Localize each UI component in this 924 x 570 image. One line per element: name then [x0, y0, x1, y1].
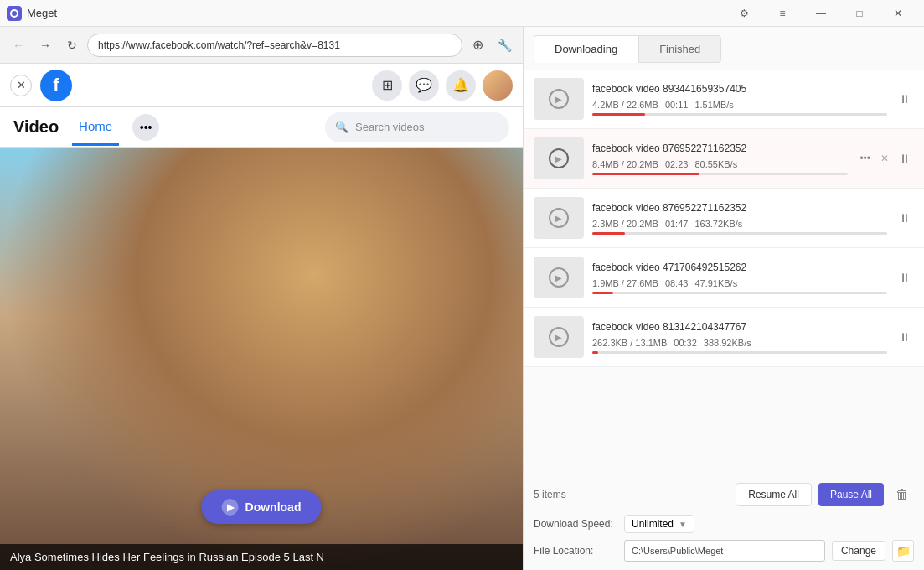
bookmark-button[interactable]: ⊕ [466, 34, 489, 57]
refresh-button[interactable]: ↻ [60, 34, 84, 57]
play-icon: ▶ [549, 148, 569, 168]
download-item: ▶ facebook video 876952271162352 2.3MB /… [524, 189, 924, 248]
progress-bar [592, 292, 887, 294]
download-info: facebook video 876952271162352 2.3MB / 2… [592, 202, 887, 235]
video-content: ▶ Download Alya Sometimes Hides Her Feel… [0, 148, 523, 570]
user-avatar[interactable] [483, 70, 513, 101]
pause-button[interactable]: ⏸ [896, 327, 914, 347]
folder-icon: 📁 [896, 544, 911, 557]
video-title: Alya Sometimes Hides Her Feelings in Rus… [10, 551, 324, 563]
messenger-button[interactable]: 💬 [409, 70, 439, 101]
footer-actions-row: 5 items Resume All Pause All 🗑 [534, 483, 914, 506]
close-item-button[interactable]: ✕ [877, 149, 892, 168]
notifications-button[interactable]: 🔔 [446, 70, 476, 101]
back-button[interactable]: ← [7, 34, 30, 57]
download-speed: 80.55KB/s [694, 159, 737, 169]
download-item: ▶ facebook video 813142104347767 262.3KB… [524, 308, 924, 367]
download-meta: 4.2MB / 22.6MB 00:11 1.51MB/s [592, 100, 887, 110]
video-thumbnail: ▶ [534, 197, 584, 239]
change-button[interactable]: Change [832, 541, 885, 561]
download-speed: 388.92KB/s [704, 338, 751, 348]
facebook-nav: Video Home ••• 🔍 Search videos [0, 107, 523, 148]
download-item: ▶ facebook video 893441659357405 4.2MB /… [524, 70, 924, 129]
extension-button[interactable]: 🔧 [493, 34, 516, 57]
title-bar-controls: ⚙ ≡ — □ ✕ [725, 0, 917, 27]
play-icon: ▶ [549, 327, 569, 347]
time-remaining: 02:23 [665, 159, 689, 169]
time-remaining: 01:47 [665, 219, 689, 229]
download-button[interactable]: ▶ Download [202, 490, 322, 524]
download-meta: 262.3KB / 13.1MB 00:32 388.92KB/s [592, 338, 887, 348]
delete-icon: 🗑 [896, 487, 909, 502]
browser-toolbar: ← → ↻ ⊕ 🔧 [0, 27, 523, 64]
file-size: 2.3MB / 20.2MB [592, 219, 658, 229]
grid-button[interactable]: ⊞ [372, 70, 402, 101]
download-info: facebook video 813142104347767 262.3KB /… [592, 321, 887, 354]
pause-button[interactable]: ⏸ [896, 148, 914, 168]
video-thumbnail: ▶ [534, 78, 584, 120]
progress-fill [592, 351, 598, 354]
play-icon: ▶ [549, 267, 569, 288]
facebook-logo: f [40, 70, 72, 101]
speed-value: Unlimited [632, 518, 674, 530]
download-controls: ••• ✕ ⏸ [856, 148, 914, 168]
maximize-button[interactable]: □ [840, 0, 879, 27]
tab-finished[interactable]: Finished [638, 35, 721, 63]
download-controls: ⏸ [896, 208, 914, 228]
progress-fill [592, 113, 645, 116]
progress-bar [592, 173, 848, 175]
download-controls: ⏸ [896, 89, 914, 109]
items-count: 5 items [534, 489, 566, 500]
play-icon: ▶ [549, 208, 569, 228]
download-name: facebook video 893441659357405 [592, 83, 887, 95]
play-icon: ▶ [549, 89, 569, 109]
search-bar[interactable]: 🔍 Search videos [325, 112, 509, 142]
download-speed: 47.91KB/s [694, 278, 737, 288]
nav-home-link[interactable]: Home [72, 109, 119, 146]
title-bar-left: Meget [7, 6, 725, 21]
pause-button[interactable]: ⏸ [896, 89, 914, 109]
minimize-button[interactable]: — [802, 0, 840, 27]
download-label: Download [245, 500, 302, 514]
pause-all-button[interactable]: Pause All [818, 483, 884, 506]
forward-button[interactable]: → [34, 34, 57, 57]
download-meta: 1.9MB / 27.6MB 08:43 47.91KB/s [592, 278, 887, 288]
progress-bar [592, 113, 887, 116]
folder-button[interactable]: 📁 [892, 540, 914, 562]
file-size: 1.9MB / 27.6MB [592, 278, 658, 288]
progress-fill [592, 232, 625, 235]
pause-button[interactable]: ⏸ [896, 267, 914, 288]
close-button[interactable]: ✕ [879, 0, 917, 27]
video-thumbnail: ▶ [534, 256, 584, 298]
footer-location-row: File Location: Change 📁 [534, 540, 914, 562]
video-thumbnail: ▶ [534, 137, 584, 179]
chevron-down-icon: ▼ [679, 520, 687, 529]
progress-bar [592, 232, 887, 235]
download-name: facebook video 471706492515262 [592, 262, 887, 273]
app-title: Meget [27, 7, 57, 19]
settings-button[interactable]: ⚙ [725, 0, 763, 27]
file-location-input[interactable] [624, 540, 825, 562]
progress-fill [592, 292, 613, 294]
speed-select[interactable]: Unlimited ▼ [624, 515, 694, 533]
nav-more-button[interactable]: ••• [132, 114, 159, 141]
pause-button[interactable]: ⏸ [896, 208, 914, 228]
video-title-bar: Alya Sometimes Hides Her Feelings in Rus… [0, 544, 523, 570]
title-bar: Meget ⚙ ≡ — □ ✕ [0, 0, 924, 27]
tab-downloading[interactable]: Downloading [534, 35, 638, 63]
more-button[interactable]: ••• [856, 149, 874, 168]
resume-all-button[interactable]: Resume All [736, 483, 812, 506]
file-location-label: File Location: [534, 545, 617, 557]
address-bar[interactable] [87, 34, 462, 57]
download-item: ▶ facebook video 876952271162352 8.4MB /… [524, 129, 924, 189]
close-icon: ✕ [17, 79, 26, 91]
menu-button[interactable]: ≡ [763, 0, 802, 27]
file-size: 262.3KB / 13.1MB [592, 338, 667, 348]
download-info: facebook video 471706492515262 1.9MB / 2… [592, 262, 887, 294]
facebook-close-button[interactable]: ✕ [10, 75, 32, 96]
video-thumbnail: ▶ [534, 316, 584, 358]
download-item: ▶ facebook video 471706492515262 1.9MB /… [524, 248, 924, 308]
delete-button[interactable]: 🗑 [890, 483, 914, 506]
nav-title: Video [13, 117, 59, 137]
download-controls: ⏸ [896, 327, 914, 347]
